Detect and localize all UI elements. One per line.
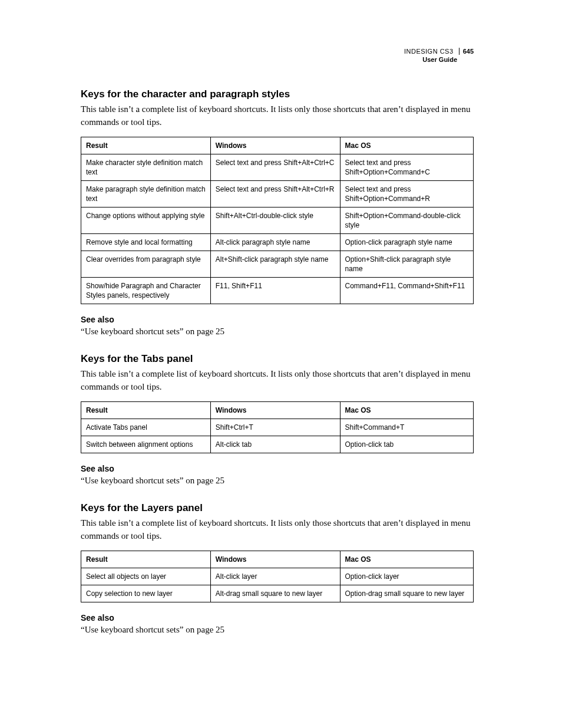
cell-result: Show/hide Paragraph and Character Styles…	[81, 278, 211, 304]
cell-result: Activate Tabs panel	[81, 419, 211, 436]
cell-windows: Select text and press Shift+Alt+Ctrl+R	[210, 181, 340, 207]
col-windows: Windows	[210, 551, 340, 568]
cell-windows: Alt-drag small square to new layer	[210, 585, 340, 602]
page-number: 645	[459, 48, 474, 55]
cell-windows: Alt-click tab	[210, 436, 340, 453]
cell-macos: Option-click paragraph style name	[340, 234, 473, 251]
table-row: Make paragraph style definition match te…	[81, 181, 474, 207]
table-row: Make character style definition match te…	[81, 154, 474, 181]
cell-result: Make character style definition match te…	[81, 154, 211, 181]
table-row: Switch between alignment options Alt-cli…	[81, 436, 474, 453]
table-row: Change options without applying style Sh…	[81, 207, 474, 234]
table-row: Activate Tabs panel Shift+Ctrl+T Shift+C…	[81, 419, 474, 436]
cell-windows: Alt-click layer	[210, 568, 340, 585]
see-also-link: “Use keyboard shortcut sets” on page 25	[81, 476, 474, 486]
section-intro: This table isn’t a complete list of keyb…	[81, 367, 474, 393]
cell-macos: Option-click layer	[340, 568, 473, 585]
see-also-heading: See also	[81, 315, 474, 324]
col-result: Result	[81, 137, 211, 154]
cell-result: Switch between alignment options	[81, 436, 211, 453]
cell-result: Make paragraph style definition match te…	[81, 181, 211, 207]
section-intro: This table isn’t a complete list of keyb…	[81, 516, 474, 542]
cell-macos: Command+F11, Command+Shift+F11	[340, 278, 473, 304]
shortcut-table: Result Windows Mac OS Make character sty…	[81, 137, 474, 304]
cell-result: Remove style and local formatting	[81, 234, 211, 251]
running-header: INDESIGN CS3 645 User Guide	[404, 47, 474, 64]
cell-macos: Option-drag small square to new layer	[340, 585, 473, 602]
see-also-link: “Use keyboard shortcut sets” on page 25	[81, 327, 474, 337]
table-row: Clear overrides from paragraph style Alt…	[81, 251, 474, 278]
content: Keys for the character and paragraph sty…	[81, 88, 474, 635]
cell-windows: Shift+Ctrl+T	[210, 419, 340, 436]
cell-windows: Shift+Alt+Ctrl-double-click style	[210, 207, 340, 234]
section-layers-panel: Keys for the Layers panel This table isn…	[81, 502, 474, 635]
cell-windows: F11, Shift+F11	[210, 278, 340, 304]
section-title: Keys for the Tabs panel	[81, 353, 474, 365]
cell-macos: Shift+Option+Command-double-click style	[340, 207, 473, 234]
product-name: INDESIGN CS3	[404, 48, 454, 55]
cell-result: Select all objects on layer	[81, 568, 211, 585]
section-character-paragraph-styles: Keys for the character and paragraph sty…	[81, 88, 474, 337]
cell-macos: Option+Shift-click paragraph style name	[340, 251, 473, 278]
cell-macos: Select text and press Shift+Option+Comma…	[340, 154, 473, 181]
shortcut-table: Result Windows Mac OS Activate Tabs pane…	[81, 401, 474, 453]
col-result: Result	[81, 402, 211, 419]
cell-macos: Shift+Command+T	[340, 419, 473, 436]
table-header-row: Result Windows Mac OS	[81, 137, 474, 154]
cell-result: Change options without applying style	[81, 207, 211, 234]
cell-result: Clear overrides from paragraph style	[81, 251, 211, 278]
table-row: Remove style and local formatting Alt-cl…	[81, 234, 474, 251]
col-result: Result	[81, 551, 211, 568]
table-header-row: Result Windows Mac OS	[81, 551, 474, 568]
shortcut-table: Result Windows Mac OS Select all objects…	[81, 551, 474, 602]
cell-windows: Select text and press Shift+Alt+Ctrl+C	[210, 154, 340, 181]
table-header-row: Result Windows Mac OS	[81, 402, 474, 419]
section-title: Keys for the Layers panel	[81, 502, 474, 514]
col-macos: Mac OS	[340, 137, 473, 154]
guide-label: User Guide	[404, 55, 474, 64]
see-also-heading: See also	[81, 613, 474, 622]
col-windows: Windows	[210, 402, 340, 419]
see-also-link: “Use keyboard shortcut sets” on page 25	[81, 625, 474, 635]
cell-windows: Alt-click paragraph style name	[210, 234, 340, 251]
cell-macos: Option-click tab	[340, 436, 473, 453]
section-intro: This table isn’t a complete list of keyb…	[81, 103, 474, 129]
cell-macos: Select text and press Shift+Option+Comma…	[340, 181, 473, 207]
page: INDESIGN CS3 645 User Guide Keys for the…	[0, 0, 562, 728]
col-macos: Mac OS	[340, 402, 473, 419]
col-macos: Mac OS	[340, 551, 473, 568]
table-row: Copy selection to new layer Alt-drag sma…	[81, 585, 474, 602]
table-row: Show/hide Paragraph and Character Styles…	[81, 278, 474, 304]
section-tabs-panel: Keys for the Tabs panel This table isn’t…	[81, 353, 474, 486]
see-also-heading: See also	[81, 464, 474, 473]
table-row: Select all objects on layer Alt-click la…	[81, 568, 474, 585]
cell-result: Copy selection to new layer	[81, 585, 211, 602]
cell-windows: Alt+Shift-click paragraph style name	[210, 251, 340, 278]
col-windows: Windows	[210, 137, 340, 154]
section-title: Keys for the character and paragraph sty…	[81, 88, 474, 100]
